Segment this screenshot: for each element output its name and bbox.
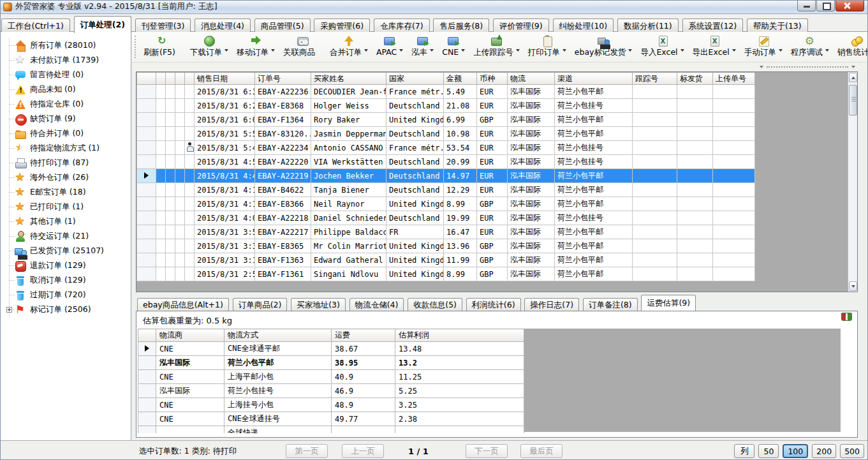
detail-tab[interactable]: ebay商品信息(Alt+1) — [137, 298, 229, 312]
toolbar-grip-icon[interactable] — [135, 36, 136, 58]
page-size-option[interactable]: 50 — [758, 444, 779, 458]
first-page-button[interactable]: 第一页 — [286, 444, 328, 458]
col-upload[interactable]: 上传单号 — [713, 73, 755, 85]
table-row[interactable]: 2015/8/31 5:59 EBAY-83120... Jasmin Depp… — [137, 127, 755, 141]
sidebar-item[interactable]: 待合并订单 (0) — [0, 126, 131, 141]
detail-tab[interactable]: 订单商品(2) — [233, 298, 288, 312]
table-row[interactable]: 2015/8/31 2:55 EBAY-F1361 Singani Ndlovu… — [137, 267, 755, 281]
orders-scrollbar[interactable] — [848, 72, 857, 292]
sidebar-item[interactable]: 留言待处理 (0) — [0, 68, 131, 82]
dropdown-arrow-icon[interactable] — [364, 49, 368, 52]
minimize-button[interactable] — [797, 0, 816, 11]
detail-tab[interactable]: 买家地址(3) — [291, 298, 346, 312]
toolbar-button[interactable]: APAC — [372, 34, 407, 58]
last-page-button[interactable]: 最后页 — [520, 444, 563, 458]
freight-row[interactable]: 泓丰国际 荷兰小包平邮 38.95 13.2 — [138, 356, 524, 370]
table-row[interactable]: 2015/8/31 4:11 EBAY-E8366 Neil Raynor Un… — [137, 197, 755, 211]
sidebar-item[interactable]: 待打印订单 (87) — [0, 156, 131, 170]
toolbar-button[interactable]: 程序调试 — [787, 34, 833, 59]
col-profit[interactable]: 估算利润 — [395, 329, 524, 342]
toolbar-button[interactable]: 刷新(F5) — [140, 34, 186, 59]
sidebar-item[interactable]: 未付款订单 (1739) — [0, 53, 131, 68]
table-row[interactable]: 2015/8/31 6:37 EBAY-A22236 DECOUDIER Jea… — [137, 85, 755, 99]
sidebar-item[interactable]: 海外仓订单 (26) — [0, 170, 131, 185]
dropdown-arrow-icon[interactable] — [563, 49, 566, 52]
col-fee[interactable]: 运费 — [332, 329, 395, 342]
toolbar-button[interactable]: 导出Excel — [689, 34, 740, 59]
page-size-option[interactable]: 200 — [812, 444, 836, 458]
col-buyer[interactable]: 买家姓名 — [311, 73, 386, 85]
expand-icon[interactable] — [6, 307, 12, 313]
col-method[interactable]: 物流方式 — [224, 329, 332, 342]
detail-tab[interactable]: 运费估算(9) — [641, 295, 696, 311]
toolbar-button[interactable]: 泓丰 — [408, 34, 438, 59]
sidebar-item[interactable]: 缺货订单 (9) — [0, 112, 131, 126]
sidebar-item[interactable]: 待交运订单 (21) — [0, 229, 131, 244]
dropdown-arrow-icon[interactable] — [680, 49, 684, 52]
dropdown-arrow-icon[interactable] — [732, 49, 736, 52]
dropdown-arrow-icon[interactable] — [779, 49, 783, 52]
col-tracking[interactable]: 跟踪号 — [633, 73, 677, 85]
dropdown-arrow-icon[interactable] — [628, 49, 632, 52]
maximize-button[interactable] — [816, 0, 835, 11]
freight-row[interactable]: CNE CNE全球通平邮 38.67 13.48 — [138, 342, 524, 356]
next-page-button[interactable]: 下一页 — [466, 444, 508, 458]
scrollbar-thumb[interactable] — [849, 85, 857, 115]
toolbar-button[interactable]: 下载订单 — [186, 34, 232, 59]
table-row[interactable]: 2015/8/31 4:53 EBAY-A22220 VIA Werkstätt… — [137, 155, 755, 169]
toolbar-button[interactable]: 移动订单 — [233, 34, 279, 59]
table-row[interactable]: 2015/8/31 5:47 EBAY-A22234 Antonio CASSA… — [137, 141, 755, 155]
col-carrier[interactable]: 物流商 — [156, 329, 224, 342]
toolbar-button[interactable]: 销售统计 — [834, 34, 868, 59]
book-icon[interactable] — [841, 313, 852, 321]
page-size-option[interactable]: 500 — [840, 444, 864, 458]
col-order-no[interactable]: 订单号 — [255, 73, 311, 85]
table-row[interactable]: 2015/8/31 6:08 EBAY-F1364 Rory Baker Uni… — [137, 113, 755, 127]
detail-tab[interactable]: 操作日志(7) — [524, 298, 579, 312]
toolbar-button[interactable]: 导入Excel — [636, 34, 688, 59]
col-currency[interactable]: 币种 — [477, 73, 508, 85]
scroll-up-icon[interactable] — [849, 73, 857, 82]
page-size-option[interactable]: 100 — [783, 444, 808, 458]
sidebar-item[interactable]: 已发货订单 (25107) — [0, 244, 131, 258]
toolbar-overflow-handle[interactable] — [760, 64, 855, 70]
table-row[interactable]: 2015/8/31 3:30 EBAY-E8365 Mr Colin Marri… — [137, 239, 755, 253]
dropdown-arrow-icon[interactable] — [825, 49, 829, 52]
dropdown-arrow-icon[interactable] — [430, 49, 434, 52]
columns-button[interactable]: 列 — [734, 444, 754, 458]
toolbar-button[interactable]: 上传跟踪号 — [469, 34, 524, 59]
dropdown-arrow-icon[interactable] — [461, 49, 465, 52]
toolbar-button[interactable]: CNE — [438, 34, 469, 58]
sidebar-item[interactable]: 待指定物流方式 (1) — [0, 141, 131, 156]
detail-tab[interactable]: 利润统计(6) — [466, 298, 521, 312]
table-row[interactable]: 2015/8/31 4:00 EBAY-A22218 Daniel Schnie… — [137, 211, 755, 225]
col-channel[interactable]: 渠道 — [555, 73, 633, 85]
table-row[interactable]: 2015/8/31 4:16 EBAY-B4622 Tanja Biener D… — [137, 183, 755, 197]
toolbar-button[interactable]: 合并订单 — [326, 34, 372, 59]
freight-row[interactable]: CNE 上海挂号小包 48.9 3.25 — [138, 398, 524, 412]
dropdown-arrow-icon[interactable] — [516, 49, 520, 52]
sidebar-item[interactable]: 待指定仓库 (0) — [0, 97, 131, 112]
menu-tab[interactable]: 订单处理(2) — [74, 16, 131, 33]
table-row[interactable]: 2015/8/31 3:18 EBAY-F1363 Edward Gathera… — [137, 253, 755, 267]
sidebar-item[interactable]: 已打印订单 (1) — [0, 200, 131, 214]
col-logistics[interactable]: 物流 — [508, 73, 555, 85]
sidebar-item[interactable]: 商品未知 (0) — [0, 82, 131, 97]
close-button[interactable] — [835, 0, 864, 11]
col-marked[interactable]: 标发货 — [677, 73, 713, 85]
freight-row[interactable]: CNE 上海平邮小包 40.9 11.25 — [138, 370, 524, 384]
scroll-down-icon[interactable] — [849, 281, 857, 291]
dropdown-arrow-icon[interactable] — [224, 49, 228, 52]
freight-row[interactable]: CNE CNE全球通挂号 49.77 2.38 — [138, 412, 524, 426]
detail-tab[interactable]: 订单备注(8) — [583, 298, 638, 312]
toolbar-button[interactable]: 打印订单 — [524, 34, 570, 59]
sidebar-item[interactable]: E邮宝订单 (18) — [0, 185, 131, 200]
col-sale-date[interactable]: 销售日期 — [195, 73, 255, 85]
sidebar-item[interactable]: 标记订单 (2506) — [0, 302, 131, 317]
toolbar-button[interactable]: ebay标记发货 — [571, 34, 636, 59]
detail-tab[interactable]: 物流仓储(4) — [349, 298, 404, 312]
freight-row[interactable]: 全球快递 — [138, 426, 524, 434]
sidebar-item[interactable]: 其他订单 (1) — [0, 214, 131, 229]
table-row[interactable]: 2015/8/31 3:53 EBAY-A22217 Philippe Bald… — [137, 225, 755, 239]
dropdown-arrow-icon[interactable] — [271, 49, 275, 52]
